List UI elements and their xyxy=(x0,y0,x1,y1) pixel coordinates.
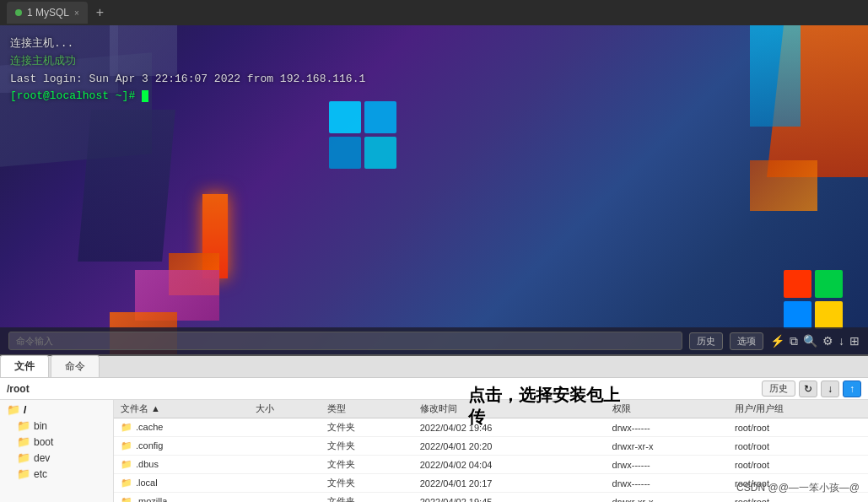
terminal-cursor xyxy=(142,90,148,102)
tree-root[interactable]: 📁 / xyxy=(0,402,113,418)
deco-blue-1 xyxy=(750,25,801,127)
col-owner[interactable]: 用户/用户组 xyxy=(728,400,868,418)
terminal-line-2: 连接主机成功 xyxy=(10,53,365,71)
tree-dev[interactable]: 📁 dev xyxy=(0,450,113,466)
tree-etc[interactable]: 📁 etc xyxy=(0,466,113,482)
file-row-config[interactable]: 📁.config 文件夹 2022/04/01 20:20 drwxr-xr-x… xyxy=(114,437,868,456)
win-logo-center xyxy=(329,101,396,169)
dev-folder-icon: 📁 xyxy=(17,451,30,464)
deco-block-3 xyxy=(78,110,175,262)
root-folder-icon: 📁 xyxy=(7,403,20,416)
fm-upload-button[interactable]: ↑ xyxy=(843,381,861,397)
etc-folder-icon: 📁 xyxy=(17,467,30,480)
terminal-line-1: 连接主机... xyxy=(10,35,365,53)
fm-download-button[interactable]: ↓ xyxy=(821,381,839,397)
history-button[interactable]: 历史 xyxy=(689,332,723,350)
tree-boot[interactable]: 📁 boot xyxy=(0,434,113,450)
tree-bin[interactable]: 📁 bin xyxy=(0,418,113,434)
download-icon[interactable]: ↓ xyxy=(838,334,844,348)
fm-path-actions: 历史 ↻ ↓ ↑ xyxy=(762,381,861,397)
file-manager: 文件 命令 /root 历史 ↻ ↓ ↑ 📁 / 📁 bin 📁 boot xyxy=(0,354,868,502)
file-name-config: 📁.config xyxy=(114,437,249,456)
file-name-cache: 📁.cache xyxy=(114,418,249,437)
command-input[interactable] xyxy=(8,332,682,350)
col-filename[interactable]: 文件名 ▲ xyxy=(114,400,249,418)
tab-bar: 1 MySQL × + xyxy=(0,0,868,25)
file-name-local: 📁.local xyxy=(114,474,249,493)
fm-tab-bar: 文件 命令 xyxy=(0,356,868,378)
copy-icon[interactable]: ⧉ xyxy=(790,334,798,348)
col-size[interactable]: 大小 xyxy=(249,400,321,418)
search-icon[interactable]: 🔍 xyxy=(803,334,817,348)
terminal-toolbar: 历史 选项 ⚡ ⧉ 🔍 ⚙ ↓ ⊞ xyxy=(0,327,868,354)
terminal-prompt: [root@localhost ~]# xyxy=(10,88,365,105)
fm-table-body: 📁.cache 文件夹 2022/04/02 19:46 drwx------ … xyxy=(114,418,868,503)
win-logo-2 xyxy=(784,270,843,329)
file-name-dbus: 📁.dbus xyxy=(114,456,249,474)
fm-file-table: 文件名 ▲ 大小 类型 修改时间 权限 用户/用户组 📁.cache 文件夹 2… xyxy=(114,400,868,502)
tab-label: 1 MySQL xyxy=(27,7,69,19)
connection-status-dot xyxy=(15,9,22,16)
file-name-mozilla: 📁.mozilla xyxy=(114,493,249,503)
col-perms[interactable]: 权限 xyxy=(606,400,728,418)
file-row-cache[interactable]: 📁.cache 文件夹 2022/04/02 19:46 drwx------ … xyxy=(114,418,868,437)
fm-path-bar: /root 历史 ↻ ↓ ↑ xyxy=(0,378,868,400)
fm-table-header: 文件名 ▲ 大小 类型 修改时间 权限 用户/用户组 xyxy=(114,400,868,418)
expand-icon[interactable]: ⊞ xyxy=(849,334,860,348)
tab-close-button[interactable]: × xyxy=(74,8,79,18)
toolbar-icons: ⚡ ⧉ 🔍 ⚙ ↓ ⊞ xyxy=(770,334,860,348)
file-row-local[interactable]: 📁.local 文件夹 2022/04/01 20:17 drwx------ … xyxy=(114,474,868,493)
fm-history-button[interactable]: 历史 xyxy=(762,381,795,397)
tab-files[interactable]: 文件 xyxy=(0,355,49,377)
current-path: /root xyxy=(7,383,30,395)
col-modified[interactable]: 修改时间 xyxy=(413,400,606,418)
file-row-mozilla[interactable]: 📁.mozilla 文件夹 2022/04/02 19:45 drwxr-xr-… xyxy=(114,493,868,503)
new-tab-button[interactable]: + xyxy=(91,5,109,20)
boot-folder-icon: 📁 xyxy=(17,435,30,448)
gear-icon[interactable]: ⚙ xyxy=(822,334,833,348)
deco-right-2 xyxy=(750,160,817,211)
fm-content-area: 📁 / 📁 bin 📁 boot 📁 dev 📁 etc xyxy=(0,400,868,502)
bin-folder-icon: 📁 xyxy=(17,419,30,432)
fm-refresh-button[interactable]: ↻ xyxy=(799,381,817,397)
lightning-icon: ⚡ xyxy=(770,334,784,348)
col-type[interactable]: 类型 xyxy=(321,400,413,418)
terminal-area: 连接主机... 连接主机成功 Last login: Sun Apr 3 22:… xyxy=(0,25,868,354)
fm-tree-panel: 📁 / 📁 bin 📁 boot 📁 dev 📁 etc xyxy=(0,400,114,502)
fm-file-table-panel: 文件名 ▲ 大小 类型 修改时间 权限 用户/用户组 📁.cache 文件夹 2… xyxy=(114,400,868,502)
mysql-tab[interactable]: 1 MySQL × xyxy=(7,2,88,24)
terminal-output: 连接主机... 连接主机成功 Last login: Sun Apr 3 22:… xyxy=(10,35,365,105)
terminal-line-3: Last login: Sun Apr 3 22:16:07 2022 from… xyxy=(10,71,365,89)
file-row-dbus[interactable]: 📁.dbus 文件夹 2022/04/02 04:04 drwx------ r… xyxy=(114,456,868,474)
options-button[interactable]: 选项 xyxy=(730,332,763,350)
tab-command[interactable]: 命令 xyxy=(51,355,100,377)
